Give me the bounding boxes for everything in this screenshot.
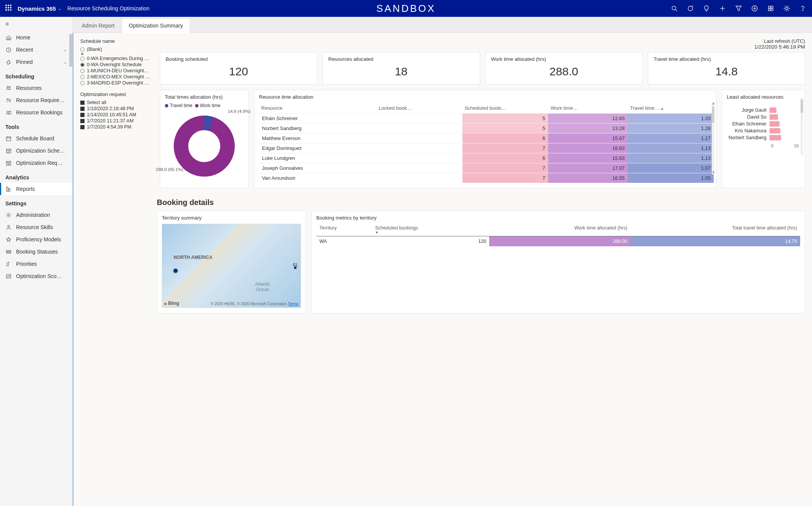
kpi-value: 288.0: [491, 65, 637, 78]
request-option[interactable]: Select all: [80, 99, 153, 106]
metrics-header-travel[interactable]: Total travel time allocated (hrs): [630, 224, 800, 236]
bar: [770, 121, 779, 127]
request-option[interactable]: 1/7/2020 4:54:39 PM: [80, 124, 153, 130]
map-copyright: © 2020 HERE, © 2020 Microsoft Corporatio…: [211, 302, 298, 306]
sidebar-item-home[interactable]: Home: [0, 31, 72, 44]
schedule-option[interactable]: 2-MEXICO-MEX Overnight …: [80, 74, 153, 80]
radio-icon: [80, 81, 85, 85]
sidebar-item-priorities[interactable]: Priorities: [0, 258, 72, 270]
gear-icon[interactable]: [783, 5, 791, 12]
metrics-header-work[interactable]: Work time allocated (hrs): [489, 224, 630, 236]
schedule-option[interactable]: 3-MADRID-ESP Overnight …: [80, 80, 153, 86]
request-option[interactable]: 1/14/2020 10:45:51 AM: [80, 112, 153, 118]
table-scrollbar[interactable]: ▲ ▼: [712, 102, 714, 174]
extensions-icon[interactable]: [767, 5, 775, 12]
sidebar-group-analytics: Analytics: [0, 169, 72, 183]
svg-point-23: [802, 10, 803, 11]
bulb-icon[interactable]: [703, 5, 710, 12]
sidebar-item-optimization-req-[interactable]: Optimization Req…: [0, 157, 72, 169]
content-area: Schedule name (Blank)0-WA Emergencies Du…: [73, 33, 812, 506]
sidebar-item-schedule-board[interactable]: Schedule Board: [0, 132, 72, 145]
hamburger-icon[interactable]: ≡: [0, 17, 72, 31]
table-row[interactable]: Luke Lundgren615.631.13: [259, 153, 714, 163]
least-row[interactable]: David So: [727, 114, 800, 120]
schedule-option[interactable]: 0-WA Overnight Schedule: [80, 62, 153, 68]
svg-point-5: [10, 7, 11, 8]
table-row[interactable]: Joseph Gonsalves717.071.07: [259, 163, 714, 173]
least-row[interactable]: Jorge Gault: [727, 107, 800, 113]
schedule-option[interactable]: 1-MUNICH-DEU Overnight…: [80, 68, 153, 74]
sidebar-item-optimization-sche-[interactable]: Optimization Sche…: [0, 145, 72, 157]
table-row[interactable]: Matthew Everson615.671.17: [259, 133, 714, 143]
svg-point-4: [8, 7, 9, 8]
territory-summary-title: Territory summary: [162, 215, 301, 221]
svg-rect-20: [768, 9, 770, 11]
sidebar-item-resource-bookings[interactable]: Resource Bookings: [0, 106, 72, 119]
svg-rect-45: [6, 252, 10, 253]
map-point-wa[interactable]: [173, 268, 178, 273]
table-row[interactable]: Efrain Schreiner512.831.33: [259, 114, 714, 124]
table-row[interactable]: Edgar Dominquez716.631.13: [259, 143, 714, 153]
metrics-header-scheduled[interactable]: Scheduled bookings▼: [372, 224, 490, 236]
sidebar-scrollbar[interactable]: [69, 34, 72, 67]
sidebar-item-optimization-sco-[interactable]: Optimization Sco…: [0, 270, 72, 282]
resources-icon: [5, 85, 11, 91]
table-row[interactable]: Van Amundson716.551.05: [259, 173, 714, 183]
sidebar-item-pinned[interactable]: Pinned⌄: [0, 56, 72, 68]
sidebar-item-resource-skills[interactable]: Resource Skills: [0, 221, 72, 233]
tab-admin-report[interactable]: Admin Report: [75, 19, 122, 33]
territory-map[interactable]: NORTH AMERICA AtlanticOcean EL Bing © 20…: [162, 224, 301, 308]
target-icon[interactable]: [687, 5, 694, 12]
least-row[interactable]: Efrain Schreiner: [727, 121, 800, 127]
legend-work-label: Work time: [200, 103, 221, 108]
help-icon[interactable]: [799, 5, 807, 12]
table-header[interactable]: Locked book…: [376, 103, 462, 114]
request-option[interactable]: 1/7/2020 11:21:37 AM: [80, 118, 153, 124]
kpi-title: Booking scheduled: [166, 56, 311, 62]
map-terms-link[interactable]: Terms: [288, 302, 298, 306]
app-launcher-icon[interactable]: [3, 4, 14, 13]
kpi-value: 14.8: [654, 65, 799, 78]
table-header[interactable]: Travel time…: [628, 103, 714, 114]
least-row[interactable]: Norbert Sandberg: [727, 135, 800, 140]
sidebar-item-reports[interactable]: Reports: [0, 183, 72, 195]
sidebar-item-administration[interactable]: Administration: [0, 209, 72, 221]
brand-label[interactable]: Dynamics 365: [18, 5, 56, 12]
table-header[interactable]: Work time…: [548, 103, 628, 114]
least-row[interactable]: Kris Nakamura: [727, 128, 800, 133]
request-option[interactable]: 1/10/2020 2:16:48 PM: [80, 106, 153, 112]
top-icon-bar: [670, 5, 809, 12]
sidebar-item-recent[interactable]: Recent⌄: [0, 44, 72, 56]
sidebar-item-resource-require-[interactable]: Resource Require…: [0, 94, 72, 106]
svg-point-25: [7, 86, 8, 88]
metrics-header-territory[interactable]: Territory: [316, 224, 372, 236]
circle-plus-icon[interactable]: [751, 5, 758, 12]
brand-chevron-icon[interactable]: ⌄: [58, 7, 61, 11]
resource-time-title: Resource time allocation: [259, 94, 714, 100]
tab-optimization-summary[interactable]: Optimization Summary: [122, 18, 190, 33]
status-icon: [5, 249, 11, 255]
least-scrollbar[interactable]: [801, 98, 803, 155]
plus-icon[interactable]: [719, 5, 726, 12]
schedule-option[interactable]: 0-WA Emergencies During …: [80, 55, 153, 62]
search-icon[interactable]: [670, 5, 678, 12]
svg-point-28: [7, 111, 8, 112]
map-label-eu: EL: [293, 262, 298, 267]
filter-icon[interactable]: [735, 5, 742, 12]
total-times-panel: Total times allocation (hrs) Travel time…: [160, 90, 249, 188]
schedule-option[interactable]: (Blank): [80, 46, 153, 52]
sidebar-item-booking-statuses[interactable]: Booking Statuses: [0, 246, 72, 258]
schedule-option[interactable]: [80, 52, 153, 55]
table-header[interactable]: Resource: [259, 103, 376, 114]
radio-icon: [80, 57, 85, 61]
svg-point-2: [10, 5, 11, 6]
table-row[interactable]: Norbert Sandberg513.281.28: [259, 124, 714, 133]
kpi-value: 18: [328, 65, 474, 78]
sidebar-item-resources[interactable]: Resources: [0, 82, 72, 94]
table-header[interactable]: Scheduled booki…: [462, 103, 548, 114]
schedule-name-label: Schedule name: [80, 38, 153, 44]
sidebar-item-proficiency-models[interactable]: Proficiency Models: [0, 233, 72, 246]
pin-icon: [5, 59, 11, 65]
recent-icon: [5, 47, 11, 53]
legend-travel-dot: [165, 104, 168, 107]
